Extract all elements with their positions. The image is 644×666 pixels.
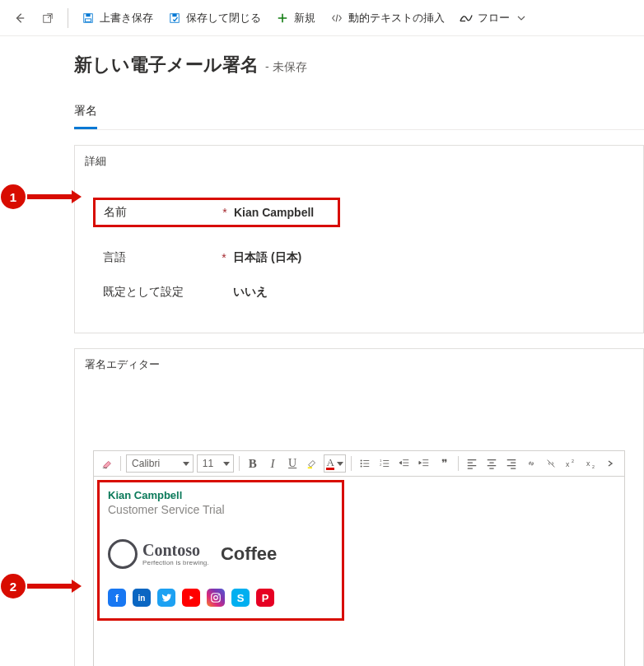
name-label: 名前 [104, 205, 219, 220]
page-title: 新しい電子メール署名 [74, 53, 259, 77]
font-color-letter: A [326, 458, 334, 470]
editor-body[interactable]: Kian Campbell Customer Service Trial Con… [94, 477, 624, 666]
page-content: 新しい電子メール署名 - 未保存 署名 詳細 1 名前 * Kian Campb… [0, 36, 644, 666]
plus-icon [276, 12, 289, 25]
default-value[interactable]: いいえ [230, 285, 268, 300]
svg-point-7 [360, 459, 362, 461]
back-button[interactable] [7, 7, 33, 30]
name-field-highlight: 名前 * Kian Campbell [93, 198, 340, 227]
flow-label: フロー [478, 11, 510, 26]
bullet-list-button[interactable] [357, 454, 373, 473]
indent-button[interactable] [416, 454, 432, 473]
font-size-select[interactable]: 11 [197, 454, 234, 473]
svg-text:2: 2 [380, 463, 382, 467]
toolbar-sep [120, 456, 121, 471]
font-family-select[interactable]: Calibri [126, 454, 194, 473]
details-header: 詳細 [75, 146, 643, 178]
chevron-down-icon [515, 12, 528, 25]
clear-format-button[interactable] [99, 454, 115, 473]
chevron-down-icon [337, 462, 343, 466]
align-center-button[interactable] [483, 454, 500, 473]
svg-point-9 [360, 465, 362, 467]
bold-button[interactable]: B [245, 454, 261, 473]
highlight-button[interactable] [304, 454, 320, 473]
unlink-button[interactable] [543, 454, 559, 473]
align-left-button[interactable] [464, 454, 480, 473]
blockquote-button[interactable]: ❞ [436, 454, 452, 473]
svg-text:2: 2 [572, 459, 574, 463]
signature-editor-section: 署名エディター 2 Calibri 11 [74, 348, 644, 666]
link-button[interactable] [523, 454, 539, 473]
required-mark: * [219, 206, 231, 219]
callout-arrow-1 [27, 194, 73, 199]
svg-rect-3 [86, 18, 91, 21]
social-icons-row: f in S P [108, 589, 334, 607]
toolbar-sep [351, 456, 352, 471]
save-label: 上書き保存 [100, 11, 153, 26]
svg-point-8 [360, 463, 362, 464]
linkedin-icon[interactable]: in [133, 589, 151, 607]
command-bar: 上書き保存 保存して閉じる 新規 動的テキストの挿入 フロー [0, 0, 644, 36]
tab-signature[interactable]: 署名 [74, 97, 97, 129]
save-button[interactable]: 上書き保存 [75, 6, 160, 30]
more-toolbar-button[interactable] [603, 454, 619, 473]
save-close-button[interactable]: 保存して閉じる [161, 6, 268, 30]
font-size-value: 11 [203, 458, 213, 469]
svg-text:x: x [586, 459, 590, 468]
font-color-button[interactable]: A [324, 454, 345, 473]
underline-button[interactable]: U [284, 454, 301, 473]
arrow-left-icon [13, 12, 26, 25]
superscript-button[interactable]: x2 [562, 454, 579, 473]
svg-text:2: 2 [592, 464, 595, 469]
pinterest-icon[interactable]: P [256, 589, 274, 607]
logo-tagline: Perfection is brewing. [142, 560, 209, 566]
flow-icon [460, 12, 473, 25]
insert-dynamic-text-button[interactable]: 動的テキストの挿入 [324, 6, 451, 30]
font-family-value: Calibri [132, 458, 160, 469]
details-section: 詳細 1 名前 * Kian Campbell 言語 * 日本語 (日本) 既定… [74, 145, 644, 333]
divider [68, 8, 68, 28]
callout-badge-2: 2 [1, 574, 26, 598]
sig-name: Kian Campbell [108, 489, 334, 501]
save-close-label: 保存して閉じる [186, 11, 261, 26]
youtube-icon[interactable] [182, 589, 200, 607]
rich-text-editor: Calibri 11 B I U A [93, 450, 625, 666]
chevron-down-icon [183, 462, 189, 466]
svg-point-18 [218, 594, 219, 595]
code-icon [330, 12, 343, 25]
coffee-text: Coffee [221, 543, 277, 565]
toolbar-sep [239, 456, 240, 471]
svg-text:x: x [566, 460, 570, 468]
facebook-icon[interactable]: f [108, 589, 126, 607]
signature-editor-header: 署名エディター [75, 349, 643, 381]
name-value[interactable]: Kian Campbell [231, 206, 314, 219]
flow-button[interactable]: フロー [453, 6, 534, 30]
outdent-button[interactable] [396, 454, 413, 473]
skype-icon[interactable]: S [231, 589, 250, 607]
save-icon [82, 12, 95, 25]
required-spacer [218, 286, 230, 299]
required-mark: * [218, 251, 230, 264]
toolbar-sep [458, 456, 459, 471]
twitter-icon[interactable] [157, 589, 175, 607]
callout-badge-1: 1 [1, 184, 26, 209]
new-button[interactable]: 新規 [269, 6, 322, 30]
svg-point-17 [214, 596, 218, 600]
open-external-button[interactable] [35, 7, 61, 30]
italic-button[interactable]: I [264, 454, 281, 473]
subscript-button[interactable]: x2 [583, 454, 600, 473]
default-label: 既定として設定 [103, 285, 218, 300]
svg-rect-2 [86, 13, 90, 16]
language-value[interactable]: 日本語 (日本) [230, 250, 301, 265]
page-header: 新しい電子メール署名 - 未保存 [74, 53, 644, 84]
editor-toolbar: Calibri 11 B I U A [94, 451, 624, 477]
language-label: 言語 [103, 250, 218, 265]
number-list-button[interactable]: 12 [376, 454, 393, 473]
align-right-button[interactable] [503, 454, 520, 473]
save-close-icon [168, 12, 181, 25]
logo-circle-icon [108, 539, 138, 569]
instagram-icon[interactable] [207, 589, 225, 607]
chevron-down-icon [223, 462, 230, 466]
signature-preview-highlight: Kian Campbell Customer Service Trial Con… [97, 480, 344, 621]
sig-role: Customer Service Trial [108, 503, 334, 516]
